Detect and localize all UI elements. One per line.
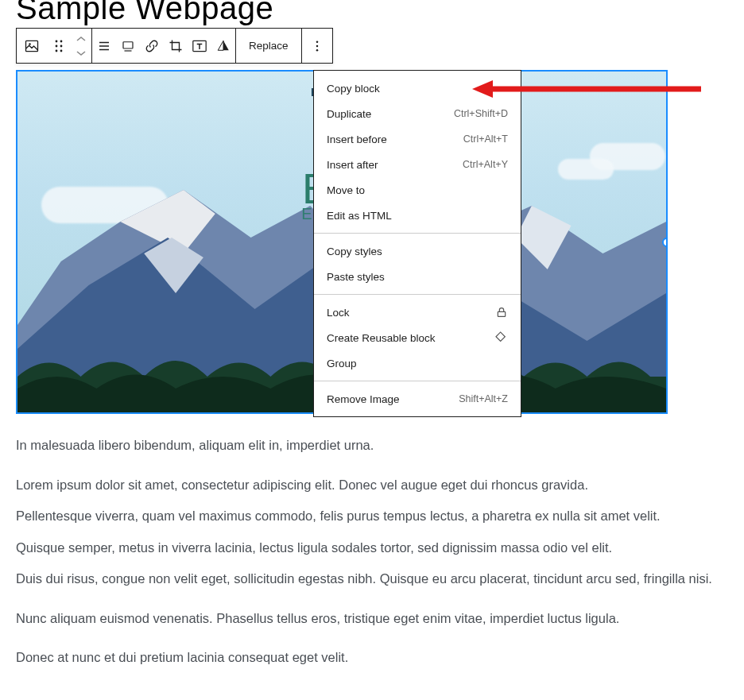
duotone-icon[interactable] — [211, 29, 235, 63]
menu-label: Insert after — [327, 159, 378, 171]
link-icon[interactable] — [140, 29, 164, 63]
svg-point-7 — [60, 49, 63, 52]
reusable-icon — [495, 331, 508, 344]
menu-shortcut: Ctrl+Shift+D — [454, 108, 508, 119]
menu-label: Remove Image — [327, 393, 400, 405]
menu-duplicate[interactable]: Duplicate Ctrl+Shift+D — [314, 101, 521, 126]
menu-edit-as-html[interactable]: Edit as HTML — [314, 203, 521, 228]
svg-point-1 — [29, 43, 31, 45]
more-options-icon[interactable] — [302, 29, 332, 63]
svg-rect-14 — [496, 332, 505, 341]
menu-label: Paste styles — [327, 271, 385, 283]
paragraph[interactable]: Donec at nunc et dui pretium lacinia con… — [16, 648, 715, 668]
svg-rect-0 — [26, 41, 38, 51]
replace-button[interactable]: Replace — [236, 29, 301, 63]
align-icon[interactable] — [92, 29, 116, 63]
paragraph[interactable]: Quisque semper, metus in viverra lacinia… — [16, 538, 715, 559]
svg-rect-8 — [123, 41, 133, 48]
menu-move-to[interactable]: Move to — [314, 177, 521, 203]
svg-rect-13 — [498, 311, 505, 316]
menu-shortcut: Ctrl+Alt+Y — [463, 159, 508, 170]
menu-remove-image[interactable]: Remove Image Shift+Alt+Z — [314, 386, 521, 412]
svg-marker-16 — [472, 80, 493, 98]
caption-icon[interactable] — [116, 29, 140, 63]
svg-point-10 — [316, 41, 318, 43]
crop-icon[interactable] — [164, 29, 188, 63]
paragraph[interactable]: Duis dui risus, congue non velit eget, s… — [16, 569, 715, 590]
menu-label: Edit as HTML — [327, 210, 392, 222]
svg-point-12 — [316, 48, 318, 51]
move-down-icon[interactable] — [71, 46, 91, 60]
menu-create-reusable-block[interactable]: Create Reusable block — [314, 325, 521, 350]
paragraph[interactable]: Pellentesque viverra, quam vel maximus c… — [16, 506, 715, 527]
menu-shortcut: Ctrl+Alt+T — [463, 133, 508, 145]
menu-group[interactable]: Group — [314, 350, 521, 376]
page-title: Sample Webpage — [16, 0, 273, 26]
menu-insert-before[interactable]: Insert before Ctrl+Alt+T — [314, 126, 521, 152]
content-paragraphs: In malesuada libero bibendum, aliquam el… — [16, 435, 715, 687]
menu-lock[interactable]: Lock — [314, 300, 521, 325]
menu-insert-after[interactable]: Insert after Ctrl+Alt+Y — [314, 152, 521, 177]
resize-handle-right[interactable] — [662, 238, 668, 247]
menu-label: Create Reusable block — [327, 332, 436, 344]
menu-label: Move to — [327, 184, 365, 196]
menu-label: Copy block — [327, 83, 380, 95]
lock-icon — [495, 306, 508, 319]
block-mover[interactable] — [71, 29, 91, 63]
drag-handle-icon[interactable] — [47, 29, 71, 63]
svg-point-11 — [316, 44, 318, 47]
menu-label: Insert before — [327, 133, 387, 145]
menu-shortcut: Shift+Alt+Z — [459, 393, 508, 404]
paragraph[interactable]: Nunc aliquam euismod venenatis. Phasellu… — [16, 609, 715, 629]
menu-label: Duplicate — [327, 108, 371, 120]
svg-point-5 — [60, 44, 63, 47]
menu-label: Copy styles — [327, 246, 382, 257]
menu-label: Group — [327, 358, 357, 369]
menu-paste-styles[interactable]: Paste styles — [314, 264, 521, 289]
svg-point-4 — [56, 44, 58, 47]
menu-copy-styles[interactable]: Copy styles — [314, 238, 521, 264]
text-overlay-icon[interactable] — [188, 29, 211, 63]
block-options-menu: Copy block Duplicate Ctrl+Shift+D Insert… — [313, 70, 521, 417]
paragraph[interactable]: Lorem ipsum dolor sit amet, consectetur … — [16, 475, 715, 496]
svg-point-3 — [60, 40, 63, 42]
menu-label: Lock — [327, 307, 350, 319]
svg-point-6 — [56, 49, 58, 52]
svg-point-2 — [56, 40, 58, 42]
block-toolbar: Replace — [16, 28, 333, 64]
annotation-arrow — [472, 80, 703, 98]
block-type-image-icon[interactable] — [17, 29, 47, 63]
move-up-icon[interactable] — [71, 32, 91, 46]
paragraph[interactable]: In malesuada libero bibendum, aliquam el… — [16, 435, 715, 456]
